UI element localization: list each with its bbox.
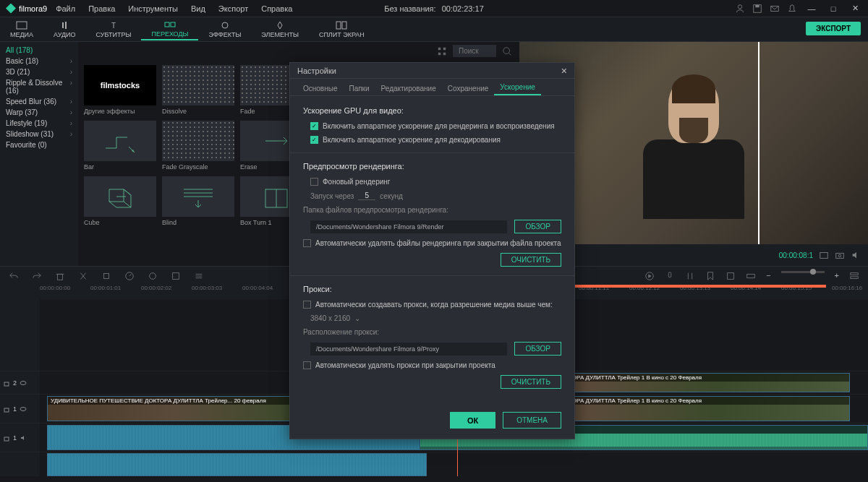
grid-icon[interactable] <box>437 46 447 56</box>
menu-tools[interactable]: Инструменты <box>128 4 178 13</box>
dialog-close-button[interactable]: × <box>561 65 567 77</box>
greenscreen-icon[interactable] <box>171 271 181 281</box>
tab-elements[interactable]: ЭЛЕМЕНТЫ <box>251 20 309 40</box>
lock-icon[interactable] <box>3 405 10 413</box>
proxy-clear-button[interactable]: ОЧИСТИТЬ <box>501 375 561 389</box>
dialog-tab-editing[interactable]: Редактирование <box>375 82 442 95</box>
lock-icon[interactable] <box>3 379 10 387</box>
screenshot-icon[interactable] <box>819 250 829 260</box>
clip-audio-2[interactable] <box>47 453 427 476</box>
sidebar-item-speedblur[interactable]: Speed Blur (36)› <box>0 96 78 107</box>
sidebar-item-slideshow[interactable]: Slideshow (31)› <box>0 129 78 139</box>
sidebar-item-lifestyle[interactable]: Lifestyle (19)› <box>0 118 78 129</box>
gpu-decode-checkbox-row: Включить аппаратное ускорение для декоди… <box>303 136 561 144</box>
mail-icon[interactable] <box>770 4 780 14</box>
maximize-button[interactable]: □ <box>826 4 841 13</box>
sidebar-item-warp[interactable]: Warp (37)› <box>0 107 78 118</box>
effect-cube[interactable]: Cube <box>84 176 156 226</box>
render-autodelete-checkbox[interactable] <box>303 239 311 247</box>
mic-icon[interactable] <box>665 271 675 281</box>
gpu-decode-checkbox[interactable] <box>310 136 318 144</box>
mute-icon[interactable] <box>20 434 27 442</box>
logo-icon <box>6 4 16 14</box>
undo-icon[interactable] <box>9 271 19 281</box>
mixer-icon[interactable] <box>685 271 695 281</box>
volume-icon[interactable] <box>851 250 861 260</box>
render-browse-button[interactable]: ОБЗОР <box>514 220 561 233</box>
sidebar-item-favourite[interactable]: Favourite (0) <box>0 139 78 150</box>
menu-export[interactable]: Экспорт <box>218 4 248 13</box>
delete-icon[interactable] <box>55 271 65 281</box>
effect-blind[interactable]: Blind <box>162 176 234 226</box>
export-button[interactable]: ЭКСПОРТ <box>806 22 861 35</box>
bg-render-checkbox-row: Фоновый рендеринг <box>303 178 561 186</box>
user-icon[interactable] <box>735 4 745 14</box>
dialog-tab-saving[interactable]: Сохранение <box>442 82 495 95</box>
effect-fadegray[interactable]: Fade Grayscale <box>162 121 234 171</box>
play-icon[interactable] <box>644 271 655 281</box>
tab-splitscreen[interactable]: СПЛИТ ЭКРАН <box>309 20 375 40</box>
sidebar-item-all[interactable]: All (178) <box>0 45 78 56</box>
eye-icon[interactable] <box>20 405 27 413</box>
minimize-button[interactable]: — <box>804 4 819 13</box>
track-head-v2[interactable]: 2 <box>0 371 40 394</box>
effect-dissolve[interactable]: Dissolve <box>162 65 234 115</box>
save-icon[interactable] <box>752 4 762 14</box>
track-head-a1[interactable]: 1 <box>0 423 40 452</box>
proxy-location-label: Расположение прокси: <box>303 328 561 336</box>
dialog-tab-general[interactable]: Основные <box>297 82 343 95</box>
tab-audio[interactable]: АУДИО <box>43 20 86 40</box>
ok-button[interactable]: ОК <box>450 412 495 429</box>
fit-icon[interactable] <box>746 271 756 281</box>
bell-icon[interactable] <box>787 4 797 14</box>
sidebar-item-3d[interactable]: 3D (21)› <box>0 66 78 77</box>
marker-icon[interactable] <box>705 271 715 281</box>
tab-transitions[interactable]: ПЕРЕХОДЫ <box>141 19 198 40</box>
tab-subtitles[interactable]: TСУБТИТРЫ <box>86 20 142 40</box>
sidebar-item-basic[interactable]: Basic (18)› <box>0 56 78 66</box>
sidebar-item-ripple[interactable]: Ripple & Dissolve (16)› <box>0 77 78 96</box>
proxy-autodelete-checkbox[interactable] <box>303 361 311 369</box>
menu-view[interactable]: Вид <box>191 4 205 13</box>
effect-bar[interactable]: Bar <box>84 121 156 171</box>
dialog-header[interactable]: Настройки × <box>290 63 574 79</box>
menu-help[interactable]: Справка <box>261 4 292 13</box>
search-input[interactable] <box>453 45 496 57</box>
menu-edit[interactable]: Правка <box>88 4 115 13</box>
render-folder-path[interactable]: /Documents/Wondershare Filmora 9/Render <box>310 220 507 233</box>
settings-icon[interactable] <box>194 271 204 281</box>
tab-effects[interactable]: ЭФФЕКТЫ <box>198 20 251 40</box>
proxy-autocreate-checkbox[interactable] <box>303 301 311 309</box>
render-clear-button[interactable]: ОЧИСТИТЬ <box>501 253 561 267</box>
redo-icon[interactable] <box>32 271 42 281</box>
track-head-v1[interactable]: 1 <box>0 395 40 423</box>
cancel-button[interactable]: ОТМЕНА <box>503 412 561 429</box>
dialog-tab-folders[interactable]: Папки <box>343 82 375 95</box>
camera-icon[interactable] <box>835 250 845 260</box>
preview-playhead[interactable] <box>758 42 760 244</box>
search-icon[interactable] <box>502 46 512 56</box>
split-icon[interactable] <box>78 271 88 281</box>
gpu-render-checkbox[interactable] <box>310 122 318 130</box>
zoom-out-icon[interactable]: − <box>766 271 770 281</box>
proxy-browse-button[interactable]: ОБЗОР <box>514 342 561 356</box>
render-delay-input[interactable] <box>358 191 375 200</box>
zoom-in-icon[interactable]: + <box>835 271 839 281</box>
effect-filmstocks[interactable]: filmstocksДругие эффекты <box>84 65 156 115</box>
tab-media[interactable]: МЕДИА <box>0 20 43 40</box>
proxy-resolution-dropdown[interactable]: 3840 x 2160 ⌄ <box>303 314 561 322</box>
svg-rect-7 <box>171 22 175 27</box>
menu-file[interactable]: Файл <box>56 4 75 13</box>
zoom-icon[interactable] <box>726 271 736 281</box>
bg-render-checkbox[interactable] <box>310 178 318 186</box>
lock-icon[interactable] <box>3 434 10 442</box>
manage-icon[interactable] <box>849 271 859 281</box>
close-button[interactable]: ✕ <box>848 4 862 13</box>
color-icon[interactable] <box>148 271 158 281</box>
crop-icon[interactable] <box>101 271 111 281</box>
dialog-tab-acceleration[interactable]: Ускорение <box>494 80 541 95</box>
zoom-slider[interactable] <box>781 271 825 273</box>
speed-icon[interactable] <box>124 271 135 281</box>
eye-icon[interactable] <box>20 379 27 387</box>
proxy-location-path[interactable]: /Documents/Wondershare Filmora 9/Proxy <box>310 343 507 356</box>
